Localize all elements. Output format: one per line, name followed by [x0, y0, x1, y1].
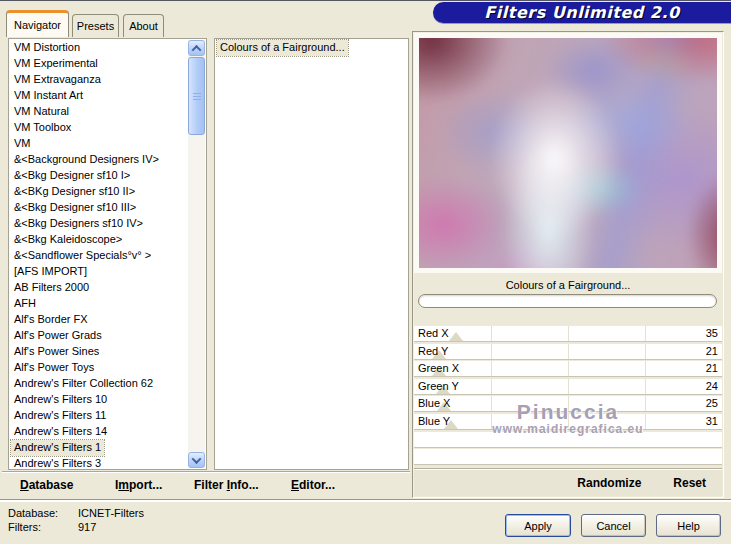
slider-tick	[645, 344, 646, 359]
scrollbar-thumb[interactable]	[188, 57, 205, 135]
slider-label: Blue X	[418, 397, 450, 409]
chevron-down-icon	[192, 454, 202, 464]
list-item[interactable]: VM Extravaganza	[11, 72, 104, 88]
list-item[interactable]: VM Natural	[11, 104, 72, 120]
slider-tick	[645, 396, 646, 411]
list-item[interactable]: Andrew's Filters 1	[11, 440, 104, 456]
scrollbar-up-button[interactable]	[188, 40, 205, 56]
list-item[interactable]: VM Experimental	[11, 56, 101, 72]
progress-bar	[418, 294, 717, 308]
list-item[interactable]: Andrew's Filters 10	[11, 392, 110, 408]
list-item[interactable]: VM	[11, 136, 34, 152]
slider-value: 31	[706, 415, 718, 427]
preview-frame	[414, 33, 722, 273]
category-list: VM DistortionVM ExperimentalVM Extravaga…	[11, 40, 187, 470]
database-menu-button[interactable]: Database	[20, 478, 73, 492]
filter-info-menu-button[interactable]: Filter Info...	[194, 478, 259, 492]
slider-value: 21	[706, 362, 718, 374]
tab-about[interactable]: About	[123, 14, 164, 37]
filter-listbox[interactable]: Colours of a Fairground...	[214, 38, 409, 470]
status-database-value: ICNET-Filters	[78, 507, 144, 519]
slider-tick	[645, 379, 646, 394]
slider-row-empty[interactable]	[414, 449, 722, 464]
slider-row[interactable]: Green X21	[414, 361, 722, 376]
list-item[interactable]: &<Sandflower Specials°v° >	[11, 248, 154, 264]
menu-label-part: Filter	[194, 478, 227, 492]
category-listbox[interactable]: VM DistortionVM ExperimentalVM Extravaga…	[8, 38, 207, 470]
list-item[interactable]: Andrew's Filters 3	[11, 456, 104, 470]
slider-value: 21	[706, 345, 718, 357]
slider-row[interactable]: Red X35	[414, 326, 722, 341]
slider-row-empty[interactable]	[414, 432, 722, 447]
reset-button[interactable]: Reset	[673, 476, 706, 490]
help-button[interactable]: Help	[656, 514, 721, 537]
slider-tick	[568, 361, 569, 376]
window-top-border	[0, 0, 731, 1]
slider-label: Green Y	[418, 380, 459, 392]
list-item[interactable]: [AFS IMPORT]	[11, 264, 90, 280]
list-item[interactable]: &<Background Designers IV>	[11, 152, 162, 168]
page-bottom-divider	[0, 499, 731, 502]
list-item[interactable]: Colours of a Fairground...	[217, 40, 348, 56]
list-item[interactable]: Alf's Power Sines	[11, 344, 102, 360]
list-item[interactable]: Alf's Power Grads	[11, 328, 105, 344]
slider-tick	[491, 396, 492, 411]
list-item[interactable]: Alf's Power Toys	[11, 360, 97, 376]
slider-tick	[645, 414, 646, 429]
list-item[interactable]: Andrew's Filters 14	[11, 424, 110, 440]
slider-label: Green X	[418, 362, 459, 374]
list-item[interactable]: AFH	[11, 296, 39, 312]
randomize-button[interactable]: Randomize	[577, 476, 641, 490]
slider-label: Red X	[418, 327, 449, 339]
import-menu-button[interactable]: Import...	[115, 478, 162, 492]
cancel-button[interactable]: Cancel	[581, 514, 646, 537]
menu-label-part: ditor...	[299, 478, 335, 492]
preview-panel: Colours of a Fairground... Red X35Red Y2…	[412, 31, 724, 498]
status-database-label: Database:	[8, 507, 58, 519]
slider-tick	[568, 379, 569, 394]
filter-preview-image[interactable]	[419, 38, 717, 268]
chevron-up-icon	[192, 44, 202, 54]
tab-navigator[interactable]: Navigator	[6, 10, 69, 37]
list-item[interactable]: Andrew's Filters 11	[11, 408, 109, 424]
slider-thumb[interactable]	[449, 332, 463, 341]
slider-tick	[491, 344, 492, 359]
list-item[interactable]: VM Distortion	[11, 40, 83, 56]
editor-menu-button[interactable]: Editor...	[291, 478, 335, 492]
list-item[interactable]: Andrew's Filter Collection 62	[11, 376, 156, 392]
slider-label: Blue Y	[418, 415, 450, 427]
slider-tick	[491, 379, 492, 394]
menu-label-part: atabase	[29, 478, 74, 492]
slider-tick	[645, 326, 646, 341]
slider-tick	[568, 326, 569, 341]
tab-about-label: About	[129, 20, 158, 32]
slider-row[interactable]: Red Y21	[414, 344, 722, 359]
list-item[interactable]: &<BKg Designer sf10 II>	[11, 184, 138, 200]
window-title: Filters Unlimited 2.0	[484, 3, 679, 22]
list-item[interactable]: &<Bkg Designers sf10 IV>	[11, 216, 146, 232]
slider-tick	[491, 361, 492, 376]
slider-group: Red X35Red Y21Green X21Green Y24Blue X25…	[414, 326, 722, 467]
slider-row[interactable]: Blue X25	[414, 396, 722, 411]
preview-caption: Colours of a Fairground...	[413, 279, 723, 291]
list-item[interactable]: VM Toolbox	[11, 120, 74, 136]
slider-row[interactable]: Green Y24	[414, 379, 722, 394]
list-item[interactable]: &<Bkg Designer sf10 III>	[11, 200, 139, 216]
filters-unlimited-dialog: Filters Unlimited 2.0 Navigator Presets …	[0, 0, 731, 544]
status-filters-label: Filters:	[8, 521, 41, 533]
list-item[interactable]: AB Filters 2000	[11, 280, 92, 296]
category-scrollbar[interactable]	[188, 40, 205, 468]
slider-tick	[568, 396, 569, 411]
scrollbar-down-button[interactable]	[188, 452, 205, 468]
tab-navigator-label: Navigator	[14, 19, 61, 31]
slider-row[interactable]: Blue Y31	[414, 414, 722, 429]
bottom-menubar: Database Import... Filter Info... Editor…	[2, 471, 410, 500]
menu-accel-key: D	[20, 478, 29, 492]
list-item[interactable]: &<Bkg Kaleidoscope>	[11, 232, 125, 248]
list-item[interactable]: VM Instant Art	[11, 88, 86, 104]
list-item[interactable]: &<Bkg Designer sf10 I>	[11, 168, 133, 184]
tab-presets[interactable]: Presets	[72, 14, 119, 37]
tab-presets-label: Presets	[77, 20, 114, 32]
apply-button[interactable]: Apply	[505, 514, 571, 537]
list-item[interactable]: Alf's Border FX	[11, 312, 91, 328]
